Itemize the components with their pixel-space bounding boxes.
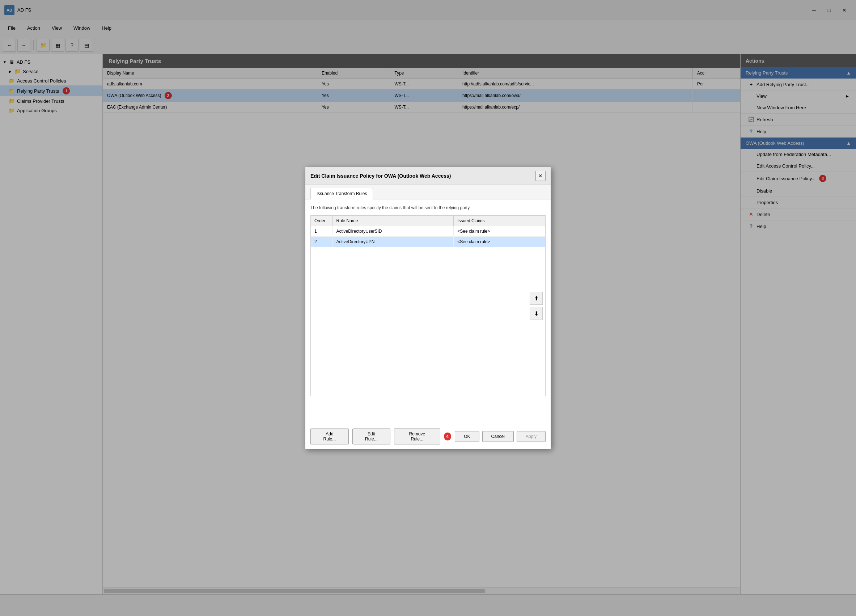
- move-buttons: ⬆ ⬇: [530, 292, 543, 320]
- modal-close-button[interactable]: ✕: [536, 171, 546, 181]
- rule-row[interactable]: 1 ActiveDirectoryUserSID <See claim rule…: [311, 226, 545, 237]
- cancel-button[interactable]: Cancel: [482, 431, 514, 442]
- move-down-button[interactable]: ⬇: [530, 307, 543, 320]
- rule-name: ActiveDirectoryUPN: [333, 237, 454, 247]
- modal-action-buttons: OK Cancel Apply: [455, 431, 546, 442]
- modal-overlay: Edit Claim Issuance Policy for OWA (Outl…: [0, 0, 856, 616]
- modal-dialog: Edit Claim Issuance Policy for OWA (Outl…: [305, 167, 551, 449]
- rule-claims: <See claim rule>: [454, 226, 545, 237]
- rule-name: ActiveDirectoryUserSID: [333, 226, 454, 237]
- modal-tabs: Issuance Transform Rules: [305, 185, 551, 199]
- modal-body: The following transform rules specify th…: [305, 199, 551, 424]
- rules-table-container[interactable]: Order Rule Name Issued Claims 1 ActiveDi…: [310, 216, 546, 396]
- add-rule-button[interactable]: Add Rule...: [310, 428, 349, 444]
- col-order[interactable]: Order: [311, 216, 333, 226]
- apply-button[interactable]: Apply: [517, 431, 546, 442]
- modal-footer: Add Rule... Edit Rule... Remove Rule... …: [305, 424, 551, 449]
- move-up-button[interactable]: ⬆: [530, 292, 543, 305]
- modal-description: The following transform rules specify th…: [310, 205, 546, 210]
- rule-row[interactable]: 2 ActiveDirectoryUPN <See claim rule>: [311, 237, 545, 247]
- modal-title: Edit Claim Issuance Policy for OWA (Outl…: [310, 173, 451, 179]
- edit-rule-button[interactable]: Edit Rule...: [353, 428, 390, 444]
- rules-table: Order Rule Name Issued Claims 1 ActiveDi…: [311, 216, 545, 247]
- rule-order: 2: [311, 237, 333, 247]
- remove-rule-button[interactable]: Remove Rule...: [394, 428, 440, 444]
- rule-claims: <See claim rule>: [454, 237, 545, 247]
- rule-order: 1: [311, 226, 333, 237]
- ok-button[interactable]: OK: [455, 431, 479, 442]
- rules-table-wrapper: Order Rule Name Issued Claims 1 ActiveDi…: [310, 216, 546, 396]
- modal-title-bar: Edit Claim Issuance Policy for OWA (Outl…: [305, 167, 551, 185]
- col-rule-name[interactable]: Rule Name: [333, 216, 454, 226]
- tab-issuance-transform[interactable]: Issuance Transform Rules: [310, 188, 373, 199]
- col-issued-claims[interactable]: Issued Claims: [454, 216, 545, 226]
- footer-badge: 4: [444, 433, 451, 440]
